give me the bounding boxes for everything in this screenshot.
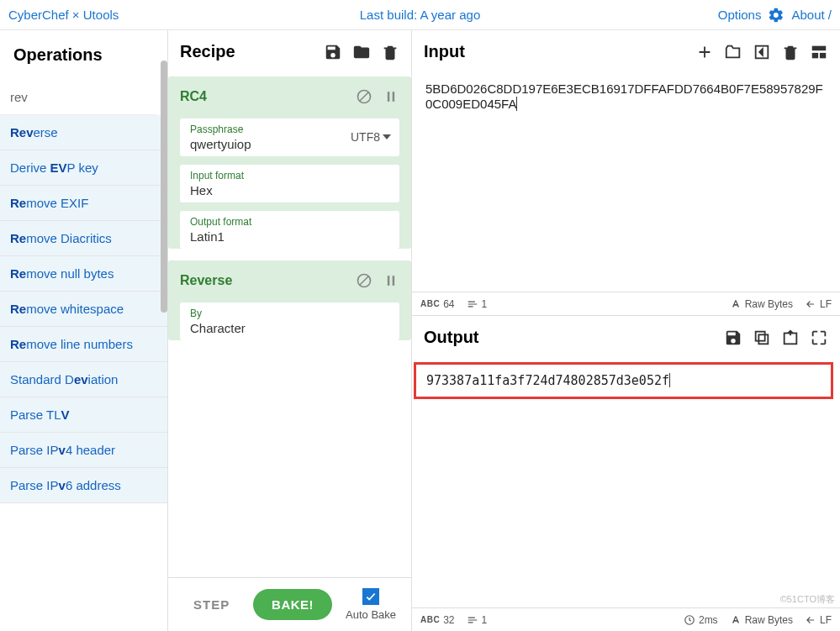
op-item-parse-tlv[interactable]: Parse TLV <box>0 397 167 433</box>
add-tab-icon[interactable] <box>695 43 714 61</box>
save-icon[interactable] <box>324 43 342 61</box>
rc4-input-format-arg[interactable]: Input format Hex <box>180 165 399 202</box>
autobake-checkbox[interactable] <box>362 588 379 605</box>
output-format-value: Latin1 <box>190 229 389 244</box>
input-format-label: Input format <box>190 170 389 181</box>
gear-icon[interactable] <box>768 7 785 24</box>
recipe-title: Recipe <box>180 42 324 61</box>
save-output-icon[interactable] <box>724 329 742 347</box>
about-link[interactable]: About / <box>791 8 832 22</box>
input-status-bar: ABC64 1 Raw Bytes LF <box>412 292 840 315</box>
svg-line-5 <box>360 276 368 285</box>
svg-rect-6 <box>388 276 390 286</box>
by-label: By <box>190 308 389 319</box>
op-item-reverse[interactable]: Reverse <box>0 115 167 150</box>
maximize-icon[interactable] <box>810 329 828 347</box>
operations-panel: Operations Reverse Derive EVP key Remove… <box>0 30 168 631</box>
op-item-derive-evp[interactable]: Derive EVP key <box>0 150 167 186</box>
op-item-remove-exif[interactable]: Remove EXIF <box>0 186 167 221</box>
output-panel: Output 973387a11fa3f724d74802857d3e052f … <box>412 316 840 631</box>
caret-down-icon <box>383 133 391 141</box>
pause-icon[interactable] <box>383 272 399 289</box>
rc4-passphrase-arg[interactable]: Passphrase qwertyuiop UTF8 <box>180 118 399 156</box>
recipe-op-reverse[interactable]: Reverse By Character <box>168 260 411 340</box>
disable-icon[interactable] <box>356 88 372 105</box>
svg-rect-10 <box>812 52 818 57</box>
svg-rect-3 <box>393 92 395 102</box>
folder-icon[interactable] <box>352 43 371 61</box>
svg-line-1 <box>360 92 368 101</box>
op-item-parse-ipv6[interactable]: Parse IPv6 address <box>0 468 167 503</box>
arrow-left-icon <box>805 614 816 626</box>
op-item-remove-whitespace[interactable]: Remove whitespace <box>0 292 167 327</box>
eol-dropdown[interactable]: LF <box>805 298 832 310</box>
svg-rect-12 <box>758 334 768 344</box>
clear-input-icon[interactable] <box>781 43 800 61</box>
build-info: Last build: A year ago <box>360 8 480 22</box>
svg-rect-13 <box>756 331 765 340</box>
autobake-label: Auto Bake <box>346 608 396 621</box>
output-highlight-box: 973387a11fa3f724d74802857d3e052f <box>414 362 833 399</box>
disable-icon[interactable] <box>356 272 372 289</box>
input-title: Input <box>424 42 695 61</box>
lines-icon <box>467 298 478 310</box>
op-item-standard-deviation[interactable]: Standard Deviation <box>0 362 167 397</box>
passphrase-encoding-dropdown[interactable]: UTF8 <box>351 130 391 144</box>
text-icon <box>730 298 742 310</box>
text-icon <box>730 614 742 626</box>
input-format-value: Hex <box>190 183 389 197</box>
reverse-title: Reverse <box>180 273 356 288</box>
clock-icon <box>684 614 695 626</box>
svg-rect-9 <box>812 45 827 50</box>
recipe-panel: Recipe RC4 Passphrase qwertyu <box>168 30 412 631</box>
svg-rect-11 <box>820 52 826 57</box>
open-file-icon[interactable] <box>753 43 771 61</box>
op-item-parse-ipv4[interactable]: Parse IPv4 header <box>0 433 167 468</box>
operations-list[interactable]: Reverse Derive EVP key Remove EXIF Remov… <box>0 115 167 631</box>
lines-icon <box>467 614 478 626</box>
check-icon <box>365 591 377 602</box>
operations-scrollbar[interactable] <box>161 60 167 313</box>
bake-button[interactable]: BAKE! <box>253 589 332 620</box>
svg-rect-7 <box>393 276 395 286</box>
rc4-title: RC4 <box>180 89 356 104</box>
rc4-output-format-arg[interactable]: Output format Latin1 <box>180 211 399 249</box>
step-button[interactable]: STEP <box>183 589 240 620</box>
copy-icon[interactable] <box>753 329 771 347</box>
by-value: Character <box>190 321 389 335</box>
reset-layout-icon[interactable] <box>810 43 828 61</box>
trash-icon[interactable] <box>381 43 399 61</box>
recipe-op-rc4[interactable]: RC4 Passphrase qwertyuiop UTF8 Input fo <box>168 76 411 249</box>
output-format-label: Output format <box>190 216 389 228</box>
pause-icon[interactable] <box>383 88 399 105</box>
output-status-bar: ABC32 1 2ms Raw Bytes LF <box>412 607 840 631</box>
arrow-left-icon <box>805 298 816 310</box>
open-folder-icon[interactable] <box>724 43 742 61</box>
op-item-remove-diacritics[interactable]: Remove Diacritics <box>0 221 167 256</box>
output-title: Output <box>424 328 724 347</box>
op-item-remove-null-bytes[interactable]: Remove null bytes <box>0 256 167 292</box>
app-title[interactable]: CyberChef × Utools <box>8 8 119 22</box>
search-input[interactable] <box>0 80 157 115</box>
header-bar: CyberChef × Utools Last build: A year ag… <box>0 0 840 30</box>
case-dropdown[interactable]: Raw Bytes <box>730 298 793 310</box>
input-textarea[interactable]: 5BD6D026C8DD197E6E3ECB16917DFFAFDD7664B0… <box>412 73 840 292</box>
case-dropdown[interactable]: Raw Bytes <box>730 614 793 626</box>
replace-input-icon[interactable] <box>781 329 800 347</box>
eol-dropdown[interactable]: LF <box>805 614 832 626</box>
op-item-remove-line-numbers[interactable]: Remove line numbers <box>0 327 167 362</box>
output-text[interactable]: 973387a11fa3f724d74802857d3e052f <box>426 373 669 388</box>
svg-rect-2 <box>388 92 390 102</box>
operations-title: Operations <box>0 30 167 80</box>
input-panel: Input 5BD6D026C8DD197E6E3ECB16917DFFAFDD… <box>412 30 840 316</box>
watermark: ©51CTO博客 <box>780 593 835 606</box>
options-link[interactable]: Options <box>718 8 762 22</box>
reverse-by-arg[interactable]: By Character <box>180 302 399 340</box>
